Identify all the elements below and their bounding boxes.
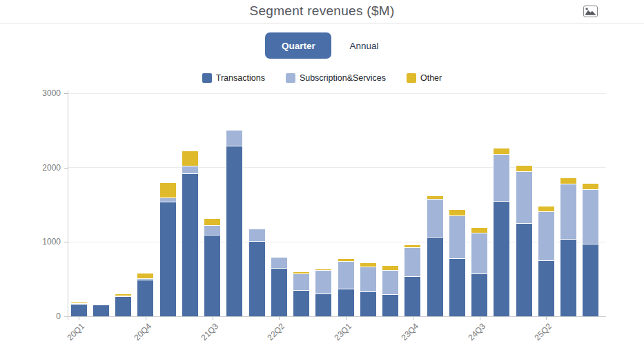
bar-segment-transactions-25Q3[interactable] — [560, 239, 577, 316]
bar-segment-other-21Q1[interactable] — [159, 182, 177, 198]
x-tick-label-23Q1: 23Q1 — [325, 322, 354, 346]
bar-segment-other-23Q3[interactable] — [382, 265, 399, 269]
bar-segment-subscription-services-23Q4[interactable] — [404, 247, 421, 276]
bar-segment-transactions-22Q4[interactable] — [315, 294, 332, 316]
x-tick-mark — [79, 317, 79, 320]
x-tick-mark — [346, 317, 347, 320]
x-tick-mark — [413, 317, 413, 320]
bar-segment-other-21Q3[interactable] — [204, 218, 221, 224]
bar-segment-other-20Q2[interactable] — [92, 303, 110, 305]
bar-segment-other-22Q3[interactable] — [293, 271, 310, 273]
bar-segment-other-21Q4[interactable] — [226, 129, 243, 131]
bar-segment-other-23Q2[interactable] — [360, 262, 377, 267]
x-tick-mark — [279, 317, 280, 320]
y-tick-label: 2000 — [30, 163, 61, 173]
bar-segment-transactions-20Q3[interactable] — [115, 296, 132, 316]
bar-segment-other-22Q2[interactable] — [271, 256, 288, 258]
bar-segment-subscription-services-25Q4[interactable] — [582, 189, 599, 244]
bar-segment-transactions-25Q2[interactable] — [538, 260, 555, 316]
bar-segment-subscription-services-23Q3[interactable] — [382, 270, 399, 295]
bar-segment-transactions-23Q1[interactable] — [338, 289, 355, 316]
bar-segment-transactions-24Q1[interactable] — [427, 237, 444, 316]
x-tick-label-24Q3: 24Q3 — [458, 322, 487, 346]
bar-segment-transactions-24Q3[interactable] — [471, 273, 488, 316]
bar-segment-subscription-services-22Q4[interactable] — [315, 270, 332, 293]
bar-segment-transactions-20Q4[interactable] — [137, 280, 154, 316]
bar-segment-other-24Q4[interactable] — [493, 148, 510, 154]
x-tick-label-21Q3: 21Q3 — [191, 322, 220, 346]
bar-segment-subscription-services-22Q1[interactable] — [248, 229, 266, 240]
bar-segment-other-25Q2[interactable] — [538, 206, 555, 212]
x-tick-label-22Q2: 22Q2 — [258, 322, 287, 346]
bar-segment-subscription-services-24Q2[interactable] — [449, 215, 466, 258]
bar-segment-other-24Q2[interactable] — [449, 209, 466, 215]
bar-segment-other-23Q4[interactable] — [404, 244, 421, 248]
bar-segment-subscription-services-21Q2[interactable] — [182, 166, 199, 173]
bar-segment-subscription-services-24Q1[interactable] — [427, 199, 444, 236]
x-tick-mark — [146, 317, 146, 320]
bar-segment-other-21Q2[interactable] — [182, 151, 199, 166]
y-tick-label: 0 — [30, 311, 61, 321]
bar-segment-subscription-services-20Q1[interactable] — [70, 303, 88, 304]
bar-segment-transactions-22Q1[interactable] — [248, 241, 266, 316]
bar-segment-subscription-services-21Q3[interactable] — [204, 225, 221, 236]
x-tick-mark — [480, 317, 480, 320]
gridline-3000 — [68, 93, 606, 94]
bar-segment-transactions-24Q4[interactable] — [493, 201, 510, 316]
bar-segment-subscription-services-25Q2[interactable] — [538, 211, 555, 260]
bar-segment-other-23Q1[interactable] — [338, 258, 355, 261]
bar-segment-other-22Q1[interactable] — [248, 228, 266, 229]
bar-segment-other-24Q3[interactable] — [471, 227, 488, 233]
x-tick-mark — [546, 317, 547, 320]
bar-segment-transactions-21Q3[interactable] — [204, 235, 221, 316]
bar-segment-subscription-services-21Q1[interactable] — [159, 198, 177, 202]
bar-segment-subscription-services-20Q2[interactable] — [92, 304, 110, 305]
bar-segment-transactions-25Q4[interactable] — [582, 244, 599, 316]
bar-segment-transactions-23Q2[interactable] — [360, 291, 377, 316]
bar-segment-transactions-22Q2[interactable] — [271, 268, 288, 316]
bar-segment-other-25Q3[interactable] — [560, 177, 577, 184]
bar-segment-transactions-20Q2[interactable] — [92, 305, 110, 316]
bar-segment-other-20Q3[interactable] — [115, 294, 132, 296]
bar-segment-transactions-24Q2[interactable] — [449, 258, 466, 316]
bar-segment-transactions-21Q4[interactable] — [226, 146, 243, 316]
x-tick-label-23Q4: 23Q4 — [391, 322, 420, 346]
bar-segment-other-20Q4[interactable] — [137, 273, 154, 279]
bar-segment-other-20Q1[interactable] — [70, 302, 88, 303]
bar-segment-other-25Q1[interactable] — [516, 165, 533, 171]
y-tick-label: 3000 — [30, 88, 61, 98]
bar-segment-subscription-services-20Q3[interactable] — [115, 296, 132, 296]
bar-segment-transactions-25Q1[interactable] — [516, 223, 533, 316]
bar-segment-subscription-services-20Q4[interactable] — [137, 278, 154, 280]
bar-segment-other-22Q4[interactable] — [315, 269, 332, 271]
bar-segment-transactions-22Q3[interactable] — [293, 290, 310, 316]
y-tick-label: 1000 — [30, 237, 61, 247]
x-tick-label-20Q1: 20Q1 — [58, 322, 87, 346]
x-tick-label-25Q2: 25Q2 — [525, 322, 554, 346]
bar-segment-transactions-20Q1[interactable] — [70, 304, 88, 316]
bar-segment-transactions-21Q1[interactable] — [159, 202, 177, 316]
x-tick-label-20Q4: 20Q4 — [124, 322, 153, 346]
bar-segment-subscription-services-23Q2[interactable] — [360, 267, 377, 292]
stacked-bar-chart: 010002000300020Q120Q421Q322Q223Q123Q424Q… — [0, 0, 644, 346]
bar-segment-subscription-services-24Q4[interactable] — [493, 154, 510, 201]
bar-segment-other-25Q4[interactable] — [582, 183, 599, 189]
y-axis-line — [68, 90, 68, 320]
x-tick-mark — [213, 317, 213, 320]
bar-segment-subscription-services-25Q1[interactable] — [516, 171, 533, 223]
bar-segment-subscription-services-25Q3[interactable] — [560, 184, 577, 239]
bar-segment-subscription-services-21Q4[interactable] — [226, 130, 243, 146]
chart-card: Segment revenues ($M) Quarter Annual Tra… — [0, 0, 644, 346]
bar-segment-subscription-services-22Q2[interactable] — [271, 257, 288, 268]
bar-segment-transactions-23Q4[interactable] — [404, 276, 421, 316]
bar-segment-transactions-21Q2[interactable] — [182, 173, 199, 316]
bar-segment-other-24Q1[interactable] — [427, 195, 444, 200]
bar-segment-transactions-23Q3[interactable] — [382, 294, 399, 316]
bar-segment-subscription-services-23Q1[interactable] — [338, 261, 355, 288]
bar-segment-subscription-services-24Q3[interactable] — [471, 233, 488, 273]
bar-segment-subscription-services-22Q3[interactable] — [293, 273, 310, 290]
